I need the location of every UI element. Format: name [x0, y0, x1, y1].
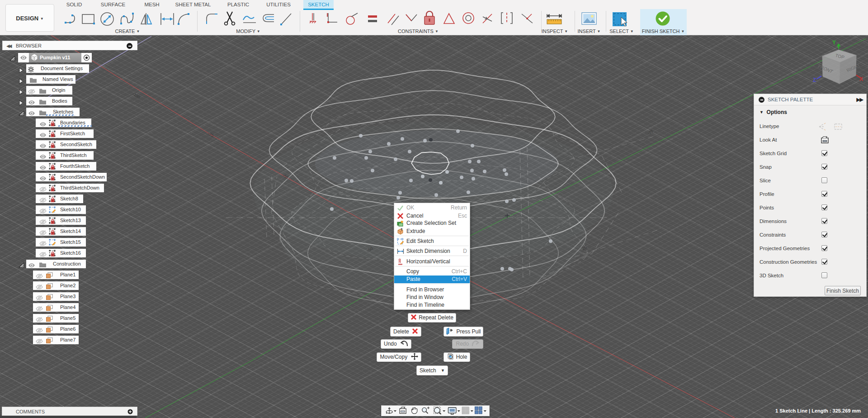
svg-text:X: X	[859, 76, 863, 82]
svg-text:Y: Y	[832, 40, 836, 46]
svg-text:Z: Z	[813, 77, 816, 83]
